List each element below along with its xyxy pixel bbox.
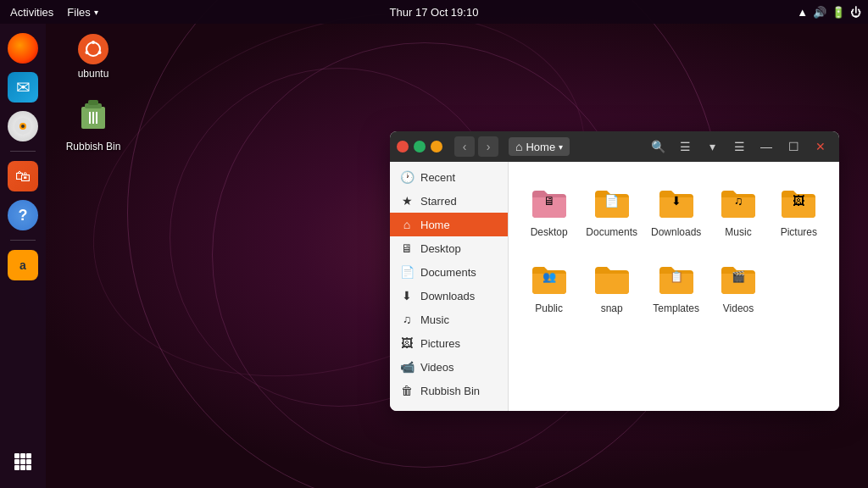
- sidebar-item-pictures[interactable]: 🖼 Pictures: [390, 331, 508, 355]
- folder-snap-icon: [592, 258, 632, 299]
- svg-rect-18: [88, 100, 98, 105]
- folder-snap[interactable]: snap: [582, 252, 641, 321]
- folder-downloads[interactable]: ⬇ Downloads: [648, 175, 704, 245]
- folder-templates[interactable]: 📋 Templates: [648, 252, 704, 321]
- folder-documents-label: Documents: [586, 226, 637, 238]
- sidebar-item-rubbish-bin[interactable]: 🗑 Rubbish Bin: [390, 379, 508, 402]
- restore-window-button[interactable]: ☐: [782, 135, 805, 158]
- downloads-sidebar-icon: ⬇: [400, 289, 414, 302]
- starred-icon: ★: [400, 194, 414, 208]
- folder-music-icon: ♫: [718, 182, 759, 223]
- svg-point-15: [86, 51, 89, 54]
- desktop-icon-rubbish-bin[interactable]: Rubbish Bin: [59, 93, 127, 152]
- list-view-button[interactable]: ☰: [673, 135, 697, 158]
- software-center-icon: 🛍: [8, 161, 38, 191]
- ubuntu-icon-label: ubuntu: [78, 68, 109, 80]
- location-text: Home: [526, 141, 555, 153]
- home-sidebar-icon: ⌂: [400, 218, 414, 231]
- sidebar-label-recent: Recent: [420, 171, 455, 184]
- folder-videos-icon: 🎬: [718, 258, 759, 299]
- sidebar-item-music[interactable]: ♫ Music: [390, 308, 508, 331]
- sidebar-item-documents[interactable]: 📄 Documents: [390, 260, 508, 284]
- folder-downloads-icon: ⬇: [656, 182, 697, 223]
- window-close-button[interactable]: [397, 141, 409, 152]
- svg-point-13: [92, 41, 95, 44]
- folder-downloads-label: Downloads: [651, 226, 701, 238]
- dock-item-firefox[interactable]: [5, 30, 41, 66]
- sidebar-label-starred: Starred: [420, 195, 457, 208]
- folder-public-icon: 👥: [529, 258, 570, 299]
- music-sidebar-icon: ♫: [400, 313, 414, 326]
- file-titlebar: ‹ › ⌂ Home ▾ 🔍 ☰ ▾ ☰ — ☐ ✕: [390, 131, 839, 162]
- menu-button[interactable]: ☰: [727, 135, 751, 158]
- sidebar-item-desktop[interactable]: 🖥 Desktop: [390, 236, 508, 260]
- folder-pictures[interactable]: 🖼 Pictures: [772, 175, 826, 245]
- firefox-icon: [8, 33, 38, 64]
- videos-sidebar-icon: 📹: [400, 360, 414, 374]
- folder-desktop[interactable]: 🖥 Desktop: [522, 175, 576, 245]
- nav-forward-button[interactable]: ›: [478, 136, 498, 157]
- svg-rect-10: [20, 465, 25, 470]
- wifi-icon[interactable]: ▲: [797, 6, 808, 19]
- file-content-area: 🖥 Desktop 📄 Documents: [509, 162, 839, 411]
- folder-desktop-label: Desktop: [531, 226, 568, 238]
- location-dropdown-icon: ▾: [559, 142, 563, 152]
- desktop-sidebar-icon: 🖥: [400, 241, 414, 255]
- svg-rect-8: [26, 459, 31, 464]
- location-bar[interactable]: ⌂ Home ▾: [509, 137, 570, 156]
- svg-rect-5: [26, 453, 31, 458]
- sidebar-item-downloads[interactable]: ⬇ Downloads: [390, 284, 508, 308]
- svg-rect-4: [20, 453, 25, 458]
- folder-templates-icon: 📋: [656, 258, 697, 299]
- sidebar-item-home[interactable]: ⌂ Home: [390, 213, 508, 236]
- activities-button[interactable]: Activities: [7, 4, 57, 20]
- dock-item-help[interactable]: ?: [5, 197, 41, 233]
- view-options-button[interactable]: ▾: [700, 135, 724, 158]
- folder-music[interactable]: ♫ Music: [711, 175, 765, 245]
- pictures-sidebar-icon: 🖼: [400, 336, 414, 350]
- sound-icon[interactable]: 🔊: [813, 6, 826, 19]
- folder-desktop-icon: 🖥: [529, 182, 570, 223]
- svg-point-2: [21, 125, 25, 128]
- sidebar-label-pictures: Pictures: [420, 337, 460, 350]
- close-window-button[interactable]: ✕: [809, 135, 832, 158]
- svg-point-12: [86, 42, 100, 56]
- folder-public-label: Public: [535, 302, 563, 314]
- dock-item-rhythmbox[interactable]: [5, 108, 41, 144]
- svg-point-14: [98, 51, 102, 54]
- folder-videos[interactable]: 🎬 Videos: [711, 252, 765, 321]
- desktop-icon-ubuntu[interactable]: ubuntu: [59, 34, 127, 80]
- folder-templates-label: Templates: [653, 302, 699, 314]
- help-icon: ?: [8, 200, 38, 230]
- search-button[interactable]: 🔍: [646, 135, 670, 158]
- folder-pictures-icon: 🖼: [778, 182, 819, 223]
- dock-item-amazon[interactable]: a: [5, 247, 41, 283]
- folder-public[interactable]: 👥 Public: [522, 252, 576, 321]
- sidebar-label-downloads: Downloads: [420, 290, 475, 302]
- nav-back-button[interactable]: ‹: [454, 136, 475, 157]
- window-minimize-button[interactable]: [414, 141, 426, 152]
- sidebar-item-starred[interactable]: ★ Starred: [390, 189, 508, 213]
- svg-rect-9: [14, 465, 19, 470]
- sidebar-item-videos[interactable]: 📹 Videos: [390, 355, 508, 379]
- recent-icon: 🕐: [400, 170, 414, 184]
- ubuntu-logo-icon: [78, 34, 108, 64]
- rubbish-bin-icon: [73, 93, 114, 137]
- rhythmbox-icon: [8, 111, 38, 141]
- dock-item-thunderbird[interactable]: ✉: [5, 69, 41, 105]
- rubbish-bin-sidebar-icon: 🗑: [400, 384, 414, 397]
- dock-item-software-center[interactable]: 🛍: [5, 158, 41, 194]
- home-location-icon: ⌂: [515, 140, 522, 153]
- minimize-window-button[interactable]: —: [754, 135, 778, 158]
- files-menu[interactable]: Files ▾: [67, 6, 97, 19]
- topbar: Activities Files ▾ Thur 17 Oct 19:10 ▲ 🔊…: [0, 0, 868, 24]
- folder-snap-label: snap: [601, 302, 623, 314]
- power-icon[interactable]: ⏻: [850, 6, 861, 19]
- sidebar-label-desktop: Desktop: [420, 242, 461, 255]
- battery-icon[interactable]: 🔋: [832, 6, 845, 19]
- documents-sidebar-icon: 📄: [400, 265, 414, 279]
- window-maximize-button[interactable]: [431, 141, 442, 152]
- sidebar-item-recent[interactable]: 🕐 Recent: [390, 165, 508, 189]
- dock-item-show-apps[interactable]: [5, 444, 41, 480]
- folder-documents[interactable]: 📄 Documents: [582, 175, 641, 245]
